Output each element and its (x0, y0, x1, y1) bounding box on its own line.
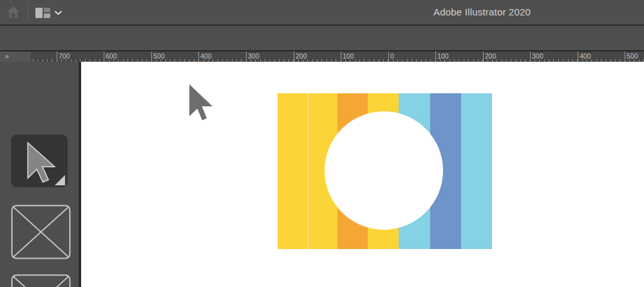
ruler-major-tick: 200 (294, 51, 294, 62)
ruler-major-tick: 400 (578, 51, 578, 62)
tool-flyout-indicator (55, 175, 65, 185)
ruler-tick-label: 100 (437, 52, 449, 60)
chevron-down-icon[interactable] (54, 10, 62, 15)
ruler-major-tick: 100 (435, 51, 436, 62)
ruler-tick-label: 200 (296, 52, 307, 60)
ruler-major-tick: 300 (530, 51, 531, 62)
ruler-major-tick: 100 (341, 51, 341, 62)
titlebar-separator (28, 5, 28, 20)
ruler-major-tick: 200 (483, 51, 484, 62)
ruler-tick-label: 0 (390, 52, 394, 60)
placeholder-tool-1[interactable] (11, 205, 71, 259)
artboard-canvas[interactable] (81, 62, 644, 287)
control-bar: No Selection Stroke: 2 pt (0, 26, 644, 50)
selection-cursor-icon (27, 142, 55, 183)
artwork-circle[interactable] (325, 111, 443, 230)
home-icon[interactable] (6, 6, 20, 19)
ruler-major-tick: 500 (625, 51, 625, 62)
ruler-major-tick: 300 (246, 51, 247, 62)
selection-tool-button[interactable] (11, 134, 68, 187)
arrange-documents-icon[interactable] (35, 8, 50, 18)
ruler-tick-label: 300 (532, 52, 544, 60)
ruler-tick-label: 300 (248, 52, 260, 60)
ruler-major-tick: 700 (57, 51, 57, 62)
ruler-tick-label: 100 (343, 52, 354, 60)
title-bar: Adobe Illustrator 2020 (0, 0, 644, 24)
horizontal-ruler[interactable]: » 7006005004003002001000100200300400500 (0, 51, 644, 62)
ruler-tick-label: 200 (485, 52, 497, 60)
collapse-indicator[interactable]: » (5, 53, 9, 60)
tools-panel (0, 62, 79, 287)
ruler-major-tick: 500 (151, 51, 152, 62)
ruler-major-tick: 400 (198, 51, 199, 62)
ruler-tick-label: 600 (106, 52, 117, 60)
illustrator-window: Adobe Illustrator 2020 No Selection Stro… (0, 0, 644, 287)
ruler-major-tick: 600 (104, 51, 104, 62)
ruler-tick-label: 500 (153, 52, 165, 60)
ruler-major-tick: 0 (388, 51, 389, 62)
window-title: Adobe Illustrator 2020 (433, 6, 531, 17)
ruler-tick-label: 500 (627, 52, 638, 60)
artwork-stripe[interactable] (278, 93, 308, 249)
ruler-corner[interactable]: » (0, 51, 31, 62)
artwork-stripe[interactable] (461, 93, 492, 249)
ruler-tick-label: 700 (59, 52, 70, 60)
ruler-tick-label: 400 (200, 52, 212, 60)
mouse-cursor-icon (189, 84, 213, 120)
ruler-tick-label: 400 (580, 52, 591, 60)
placeholder-tool-2[interactable] (11, 274, 71, 287)
